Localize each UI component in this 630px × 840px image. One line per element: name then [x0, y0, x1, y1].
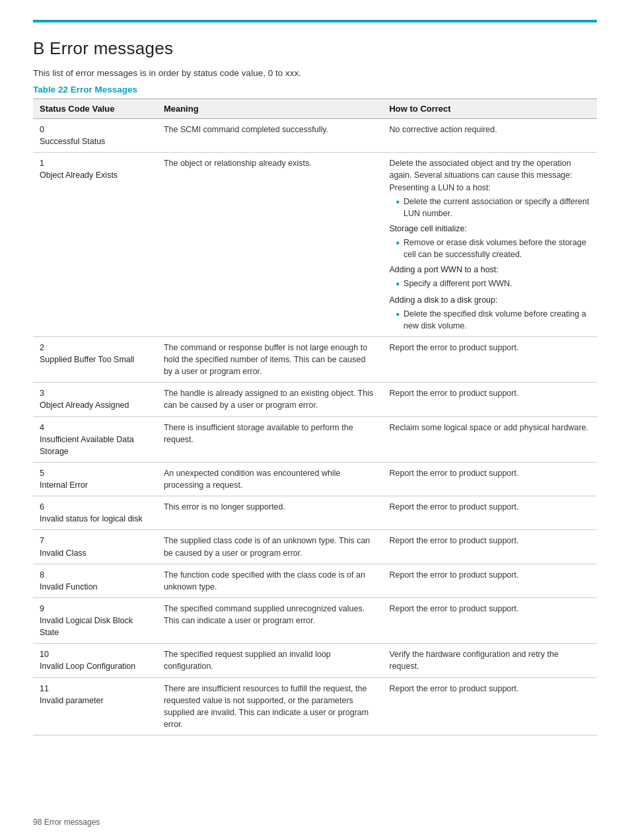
status-cell: 0Successful Status: [33, 119, 157, 153]
meaning-cell: The function code specified with the cla…: [157, 564, 383, 597]
status-num: 6: [40, 501, 151, 513]
top-border: [33, 20, 597, 22]
correct-cell: Reclaim some logical space or add physic…: [382, 416, 597, 462]
correct-cell: Delete the associated object and try the…: [382, 153, 597, 337]
status-num: 3: [40, 387, 151, 399]
status-name: Invalid status for logical disk: [40, 513, 151, 525]
correct-cell: Report the error to product support.: [382, 496, 597, 530]
table-row: 11Invalid parameterThere are insufficien…: [33, 677, 597, 736]
status-num: 1: [40, 157, 151, 169]
meaning-cell: The specified request supplied an invali…: [157, 644, 383, 677]
meaning-cell: The supplied class code is of an unknown…: [157, 530, 383, 564]
status-name: Object Already Assigned: [40, 399, 151, 411]
section-label: Adding a port WWN to a host:: [389, 264, 590, 276]
bullet-text: Delete the specified disk volume before …: [403, 308, 590, 332]
status-name: Successful Status: [40, 135, 151, 147]
bullet-dot: •: [396, 196, 400, 208]
table-row: 3Object Already AssignedThe handle is al…: [33, 383, 597, 416]
status-name: Object Already Exists: [40, 169, 151, 181]
status-num: 2: [40, 342, 151, 354]
meaning-cell: An unexpected condition was encountered …: [157, 462, 383, 496]
bullet-text: Remove or erase disk volumes before the …: [403, 237, 590, 260]
bullet-item: •Delete the specified disk volume before…: [396, 308, 590, 332]
table-row: 10Invalid Loop ConfigurationThe specifie…: [33, 644, 597, 677]
status-cell: 8Invalid Function: [33, 564, 157, 597]
meaning-cell: This error is no longer supported.: [157, 496, 383, 530]
status-name: Invalid Class: [40, 547, 151, 559]
correct-cell: Report the error to product support.: [382, 677, 597, 736]
correct-cell: Report the error to product support.: [382, 530, 597, 564]
header-status: Status Code Value: [33, 99, 157, 119]
status-cell: 3Object Already Assigned: [33, 383, 157, 416]
page-title: B Error messages: [33, 38, 597, 59]
bullet-text: Specify a different port WWN.: [403, 278, 512, 289]
status-cell: 4Insufficient Available Data Storage: [33, 416, 157, 462]
correct-intro: Delete the associated object and try the…: [389, 159, 572, 192]
status-num: 4: [40, 422, 151, 434]
correct-cell: Report the error to product support.: [382, 336, 597, 382]
table-row: 6Invalid status for logical diskThis err…: [33, 496, 597, 530]
status-name: Supplied Buffer Too Small: [40, 354, 151, 365]
correct-cell: Report the error to product support.: [382, 597, 597, 643]
bullet-item: •Delete the current association or speci…: [396, 196, 590, 219]
bullet-dot: •: [396, 237, 400, 249]
table-title: Table 22 Error Messages: [33, 85, 597, 95]
status-cell: 6Invalid status for logical disk: [33, 496, 157, 530]
bullet-dot: •: [396, 278, 400, 290]
status-name: Invalid Function: [40, 581, 151, 593]
table-row: 7Invalid ClassThe supplied class code is…: [33, 530, 597, 564]
header-correct: How to Correct: [382, 99, 597, 119]
status-num: 5: [40, 467, 151, 479]
section-label: Storage cell initialize:: [389, 223, 590, 235]
correct-cell: No corrective action required.: [382, 119, 597, 153]
status-name: Invalid Loop Configuration: [40, 660, 151, 672]
status-num: 9: [40, 603, 151, 615]
status-cell: 2Supplied Buffer Too Small: [33, 336, 157, 382]
table-row: 2Supplied Buffer Too SmallThe command or…: [33, 336, 597, 382]
status-num: 11: [40, 683, 151, 695]
status-name: Internal Error: [40, 479, 151, 491]
correct-cell: Verify the hardware configuration and re…: [382, 644, 597, 677]
section-label: Adding a disk to a disk group:: [389, 294, 590, 306]
bullet-text: Delete the current association or specif…: [403, 196, 590, 219]
status-num: 0: [40, 124, 151, 135]
meaning-cell: There is insufficient storage available …: [157, 416, 383, 462]
intro-text: This list of error messages is in order …: [33, 68, 597, 78]
table-row: 9Invalid Logical Disk Block StateThe spe…: [33, 597, 597, 643]
status-cell: 9Invalid Logical Disk Block State: [33, 597, 157, 643]
bullet-item: •Remove or erase disk volumes before the…: [396, 237, 590, 260]
table-row: 8Invalid FunctionThe function code speci…: [33, 564, 597, 597]
correct-cell: Report the error to product support.: [382, 564, 597, 597]
status-name: Insufficient Available Data Storage: [40, 434, 151, 457]
status-name: Invalid Logical Disk Block State: [40, 615, 151, 638]
status-name: Invalid parameter: [40, 695, 151, 706]
correct-cell: Report the error to product support.: [382, 462, 597, 496]
page-container: B Error messages This list of error mess…: [0, 0, 630, 840]
error-messages-table: Status Code Value Meaning How to Correct…: [33, 98, 597, 736]
status-num: 8: [40, 569, 151, 581]
meaning-cell: The SCMI command completed successfully.: [157, 119, 383, 153]
status-num: 7: [40, 535, 151, 547]
meaning-cell: There are insufficient resources to fulf…: [157, 677, 383, 736]
status-cell: 5Internal Error: [33, 462, 157, 496]
table-row: 1Object Already ExistsThe object or rela…: [33, 153, 597, 337]
table-row: 5Internal ErrorAn unexpected condition w…: [33, 462, 597, 496]
meaning-cell: The handle is already assigned to an exi…: [157, 383, 383, 416]
meaning-cell: The command or response buffer is not la…: [157, 336, 383, 382]
status-cell: 7Invalid Class: [33, 530, 157, 564]
meaning-cell: The specified command supplied unrecogni…: [157, 597, 383, 643]
meaning-cell: The object or relationship already exist…: [157, 153, 383, 337]
header-meaning: Meaning: [157, 99, 383, 119]
table-row: 4Insufficient Available Data StorageTher…: [33, 416, 597, 462]
status-cell: 11Invalid parameter: [33, 677, 157, 736]
bullet-item: •Specify a different port WWN.: [396, 278, 590, 290]
correct-cell: Report the error to product support.: [382, 383, 597, 416]
status-cell: 10Invalid Loop Configuration: [33, 644, 157, 677]
footer-text: 98 Error messages: [33, 818, 100, 827]
bullet-dot: •: [396, 308, 400, 321]
status-cell: 1Object Already Exists: [33, 153, 157, 337]
table-row: 0Successful StatusThe SCMI command compl…: [33, 119, 597, 153]
status-num: 10: [40, 648, 151, 660]
